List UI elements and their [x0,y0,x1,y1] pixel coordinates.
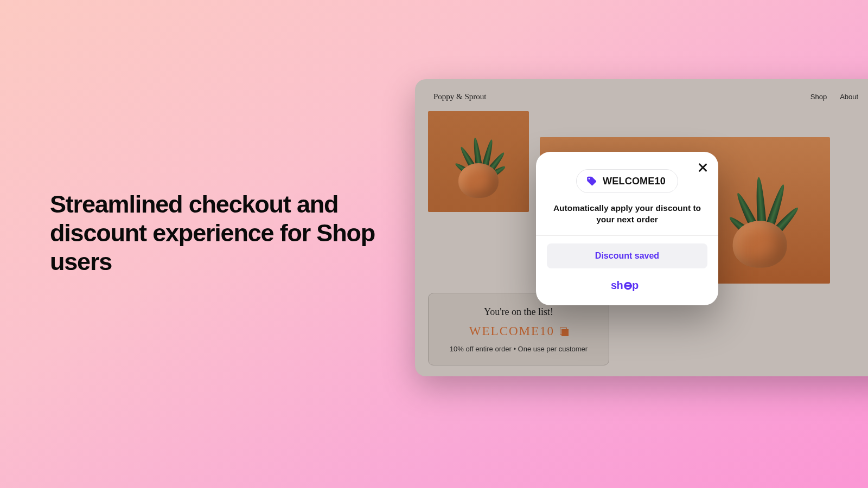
headline: Streamlined checkout and discount experi… [50,190,375,276]
discount-saved-button[interactable]: Discount saved [547,243,707,268]
nav-about[interactable]: About [840,93,858,101]
site-nav: Shop About Contact [810,93,868,101]
svg-text:p: p [632,279,639,291]
svg-point-0 [589,178,590,179]
shop-logo: sh p [547,279,707,294]
promo-title: You're on the list! [435,306,602,318]
divider [536,235,718,236]
copy-icon[interactable] [560,328,568,336]
modal-code-text: WELCOME10 [603,176,666,187]
discount-modal: WELCOME10 Automatically apply your disco… [536,152,718,305]
product-image-small [428,111,529,212]
brand-name[interactable]: Poppy & Sprout [433,92,487,101]
svg-rect-3 [624,285,632,286]
tag-icon [585,175,597,187]
modal-message: Automatically apply your discount to you… [547,203,707,235]
promo-code-text: WELCOME10 [469,324,554,338]
close-icon[interactable] [697,162,709,174]
discount-code-pill: WELCOME10 [576,169,678,193]
nav-shop[interactable]: Shop [810,93,827,101]
site-header: Poppy & Sprout Shop About Contact [415,79,868,111]
svg-text:sh: sh [611,279,623,291]
promo-code[interactable]: WELCOME10 [469,324,568,338]
promo-terms: 10% off entire order • One use per custo… [435,345,602,353]
